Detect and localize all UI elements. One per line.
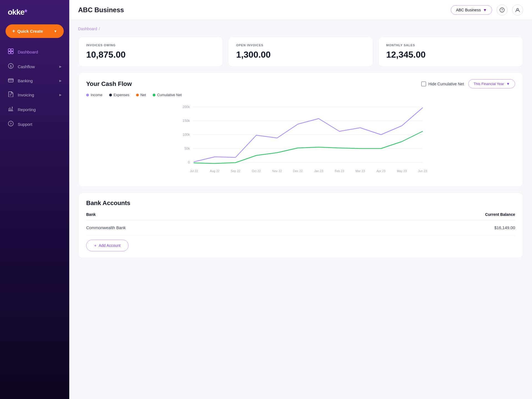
sidebar-item-dashboard[interactable]: Dashboard	[0, 45, 69, 59]
invoicing-icon	[8, 91, 14, 98]
chart-title: Your Cash Flow	[86, 80, 132, 88]
add-account-label: Add Account	[99, 243, 121, 248]
svg-text:?: ?	[10, 122, 12, 126]
breadcrumb-separator: /	[99, 27, 100, 31]
sidebar-item-label: Invoicing	[18, 93, 34, 97]
chevron-right-icon: ▶	[59, 65, 62, 68]
sidebar-item-label: Reporting	[18, 107, 36, 112]
legend-expenses: Expenses	[109, 93, 129, 97]
svg-rect-7	[8, 80, 13, 80]
svg-rect-0	[8, 49, 11, 51]
plus-icon: +	[12, 28, 15, 34]
chevron-right-icon: ▶	[59, 79, 62, 83]
plus-icon: +	[94, 243, 96, 248]
cashflow-icon: $	[8, 63, 14, 70]
sidebar-item-label: Cashflow	[18, 64, 35, 69]
logo: okke*	[0, 0, 69, 22]
chevron-down-icon: ▼	[506, 82, 510, 86]
svg-text:Nov 22: Nov 22	[272, 169, 282, 173]
stat-label: MONTHLY SALES	[386, 44, 515, 47]
svg-text:?: ?	[501, 9, 503, 12]
sidebar-item-label: Banking	[18, 78, 33, 83]
bank-accounts-title: Bank Accounts	[86, 200, 515, 207]
svg-text:Dec 22: Dec 22	[293, 169, 303, 173]
expenses-dot	[109, 94, 112, 96]
breadcrumb-dashboard[interactable]: Dashboard	[78, 27, 97, 31]
main-content: ABC Business ABC Business ▼ ?	[69, 0, 532, 399]
svg-rect-6	[8, 79, 13, 82]
stat-value: 10,875.00	[86, 50, 215, 60]
svg-rect-1	[11, 49, 13, 51]
sidebar-item-support[interactable]: ? Support	[0, 117, 69, 132]
chevron-down-icon: ▼	[54, 29, 57, 33]
svg-text:Feb 23: Feb 23	[335, 169, 344, 173]
stat-card-monthly-sales: MONTHLY SALES 12,345.00	[378, 37, 523, 67]
hide-cumulative-checkbox[interactable]: Hide Cumulative Net	[421, 81, 464, 86]
page-title: ABC Business	[78, 6, 124, 14]
chart-controls: Hide Cumulative Net This Financial Year …	[421, 79, 515, 88]
add-account-button[interactable]: + Add Account	[86, 240, 129, 251]
bank-balance: $16,149.00	[494, 225, 515, 230]
svg-text:150k: 150k	[183, 119, 190, 123]
svg-text:Oct 22: Oct 22	[252, 169, 261, 173]
header: ABC Business ABC Business ▼ ?	[69, 0, 532, 20]
legend-net: Net	[136, 93, 146, 97]
cumulative-net-dot	[153, 94, 155, 96]
quick-create-button[interactable]: + Quick Create ▼	[6, 24, 64, 38]
stat-value: 12,345.00	[386, 50, 515, 60]
legend-expenses-label: Expenses	[114, 93, 129, 97]
svg-text:May 23: May 23	[397, 169, 407, 173]
sidebar-item-reporting[interactable]: Reporting	[0, 102, 69, 117]
chart-container: 200k 150k 100k 50k 0 Jul 22 Aug 22 Sep 2…	[86, 101, 515, 180]
cashflow-svg-chart: 200k 150k 100k 50k 0 Jul 22 Aug 22 Sep 2…	[86, 101, 515, 179]
svg-text:Apr 23: Apr 23	[377, 169, 385, 173]
stats-grid: INVOICES OWING 10,875.00 OPEN INVOICES 1…	[78, 37, 523, 67]
breadcrumb: Dashboard /	[78, 27, 523, 31]
sidebar-item-label: Dashboard	[18, 50, 38, 54]
legend-income: Income	[86, 93, 103, 97]
stat-card-invoices-owing: INVOICES OWING 10,875.00	[78, 37, 223, 67]
business-selector[interactable]: ABC Business ▼	[451, 5, 492, 15]
sidebar-item-cashflow[interactable]: $ Cashflow ▶	[0, 59, 69, 74]
hide-cumulative-label: Hide Cumulative Net	[428, 82, 464, 86]
svg-text:200k: 200k	[183, 105, 190, 109]
sidebar-item-label: Support	[18, 122, 32, 127]
business-selector-label: ABC Business	[456, 8, 481, 12]
chevron-down-icon: ▼	[483, 8, 487, 12]
chevron-right-icon: ▶	[59, 93, 62, 97]
chart-header: Your Cash Flow Hide Cumulative Net This …	[86, 79, 515, 88]
sidebar: okke* + Quick Create ▼ Dashboard	[0, 0, 69, 399]
svg-rect-2	[8, 52, 11, 54]
dashboard-icon	[8, 48, 14, 55]
svg-text:50k: 50k	[185, 147, 190, 150]
svg-text:Jun 23: Jun 23	[418, 169, 427, 173]
cashflow-chart-card: Your Cash Flow Hide Cumulative Net This …	[78, 72, 523, 187]
svg-text:Jan 23: Jan 23	[314, 169, 323, 173]
quick-create-label: Quick Create	[17, 29, 43, 34]
banking-icon	[8, 78, 14, 84]
help-button[interactable]: ?	[497, 4, 508, 16]
stat-label: OPEN INVOICES	[236, 44, 365, 47]
svg-rect-3	[11, 52, 13, 54]
net-dot	[136, 94, 139, 96]
svg-text:Sep 22: Sep 22	[231, 169, 241, 173]
chart-legend: Income Expenses Net Cumulative Net	[86, 93, 515, 97]
checkbox-input[interactable]	[421, 81, 426, 86]
bank-name: Commonwealth Bank	[86, 225, 126, 230]
legend-cumulative-net: Cumulative Net	[153, 93, 182, 97]
svg-text:Aug 22: Aug 22	[210, 169, 220, 173]
bank-accounts-card: Bank Accounts Bank Current Balance Commo…	[78, 193, 523, 258]
reporting-icon	[8, 106, 14, 113]
svg-text:$: $	[10, 65, 12, 68]
user-button[interactable]	[512, 4, 523, 16]
sidebar-item-banking[interactable]: Banking ▶	[0, 74, 69, 88]
support-icon: ?	[8, 121, 14, 128]
stat-card-open-invoices: OPEN INVOICES 1,300.00	[228, 37, 373, 67]
bank-col-balance: Current Balance	[485, 212, 515, 217]
bank-table-header: Bank Current Balance	[86, 212, 515, 220]
svg-text:Jul 22: Jul 22	[190, 169, 198, 173]
legend-income-label: Income	[91, 93, 103, 97]
svg-text:100k: 100k	[183, 133, 190, 137]
sidebar-item-invoicing[interactable]: Invoicing ▶	[0, 88, 69, 102]
period-selector[interactable]: This Financial Year ▼	[468, 79, 515, 88]
